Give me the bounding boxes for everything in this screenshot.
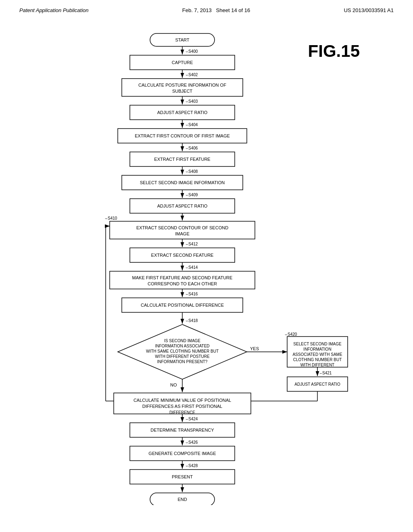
page-header: Patent Application Publication Feb. 7, 2… bbox=[0, 0, 413, 17]
svg-text:WITH SAME CLOTHING NUMBER BUT: WITH SAME CLOTHING NUMBER BUT bbox=[146, 349, 219, 353]
svg-text:SELECT SECOND IMAGE INFORMATIO: SELECT SECOND IMAGE INFORMATION bbox=[140, 180, 225, 185]
svg-text:ADJUST ASPECT RATIO: ADJUST ASPECT RATIO bbox=[157, 204, 208, 208]
svg-rect-34 bbox=[110, 221, 255, 239]
svg-text:⌣S412: ⌣S412 bbox=[186, 242, 198, 246]
svg-text:MAKE FIRST FEATURE AND SECOND : MAKE FIRST FEATURE AND SECOND FEATURE bbox=[132, 275, 233, 280]
svg-text:ASSOCIATED WITH SAME: ASSOCIATED WITH SAME bbox=[292, 352, 342, 357]
svg-text:⌣S428: ⌣S428 bbox=[186, 463, 198, 468]
svg-text:⌣S404: ⌣S404 bbox=[186, 123, 198, 127]
svg-text:DIFFERENCES AS FIRST POSITIONA: DIFFERENCES AS FIRST POSITIONAL bbox=[142, 404, 222, 409]
svg-text:⌣S421: ⌣S421 bbox=[319, 371, 332, 375]
svg-text:EXTRACT SECOND FEATURE: EXTRACT SECOND FEATURE bbox=[151, 253, 214, 258]
svg-rect-9 bbox=[122, 79, 243, 96]
svg-text:NO: NO bbox=[170, 382, 177, 387]
svg-text:CLOTHING NUMBER BUT: CLOTHING NUMBER BUT bbox=[293, 357, 342, 362]
svg-text:⌣S410: ⌣S410 bbox=[105, 216, 117, 220]
svg-text:⌣S420: ⌣S420 bbox=[285, 332, 297, 337]
svg-text:DETERMINE TRANSPARENCY: DETERMINE TRANSPARENCY bbox=[150, 428, 214, 432]
svg-text:CAPTURE: CAPTURE bbox=[172, 60, 193, 65]
svg-text:ADJUST ASPECT RATIO: ADJUST ASPECT RATIO bbox=[157, 110, 208, 115]
figure-label: FIG.15 bbox=[308, 42, 360, 61]
svg-text:⌣S402: ⌣S402 bbox=[186, 73, 198, 77]
header-patent-number: US 2013/0033591 A1 bbox=[344, 7, 394, 13]
svg-text:SELECT SECOND IMAGE: SELECT SECOND IMAGE bbox=[293, 342, 342, 346]
svg-text:DIFFERENCE: DIFFERENCE bbox=[169, 410, 195, 415]
svg-text:START: START bbox=[175, 37, 189, 42]
diagram-area: FIG.15 text { font-family: Arial, sans-s… bbox=[49, 29, 364, 505]
svg-text:EXTRACT FIRST FEATURE: EXTRACT FIRST FEATURE bbox=[154, 157, 210, 162]
svg-text:WITH DIFFERENT: WITH DIFFERENT bbox=[300, 363, 334, 367]
svg-text:CORRESPOND TO EACH OTHER: CORRESPOND TO EACH OTHER bbox=[148, 281, 217, 286]
svg-text:GENERATE COMPOSITE IMAGE: GENERATE COMPOSITE IMAGE bbox=[148, 451, 216, 456]
svg-text:CALCULATE POSTURE INFORMATION : CALCULATE POSTURE INFORMATION OF bbox=[138, 83, 226, 87]
svg-text:CALCULATE POSITIONAL DIFFERENC: CALCULATE POSITIONAL DIFFERENCE bbox=[141, 303, 224, 308]
svg-text:⌣S408: ⌣S408 bbox=[186, 169, 198, 174]
svg-text:EXTRACT FIRST CONTOUR OF FIRST: EXTRACT FIRST CONTOUR OF FIRST IMAGE bbox=[135, 133, 230, 138]
svg-text:INFORMATION PRESENT?: INFORMATION PRESENT? bbox=[157, 360, 208, 364]
flowchart-svg: text { font-family: Arial, sans-serif; f… bbox=[61, 29, 352, 505]
header-publication: Patent Application Publication bbox=[19, 7, 89, 13]
header-date-sheet: Feb. 7, 2013 Sheet 14 of 16 bbox=[182, 7, 250, 13]
svg-text:⌣S403: ⌣S403 bbox=[186, 99, 198, 104]
svg-text:⌣S406: ⌣S406 bbox=[186, 146, 198, 150]
svg-text:INFORMATION ASSOCIATED: INFORMATION ASSOCIATED bbox=[155, 344, 209, 348]
svg-text:SUBJECT: SUBJECT bbox=[172, 89, 192, 94]
svg-text:CALCULATE MINIMUM VALUE OF POS: CALCULATE MINIMUM VALUE OF POSITIONAL bbox=[133, 398, 231, 403]
svg-text:⌣S426: ⌣S426 bbox=[186, 440, 198, 445]
svg-text:ADJUST ASPECT RATIO: ADJUST ASPECT RATIO bbox=[294, 382, 340, 387]
svg-text:⌣S424: ⌣S424 bbox=[186, 417, 198, 421]
svg-text:⌣S416: ⌣S416 bbox=[186, 292, 198, 296]
svg-rect-43 bbox=[110, 271, 255, 289]
svg-text:WITH DIFFERENT POSTURE: WITH DIFFERENT POSTURE bbox=[155, 354, 210, 359]
svg-text:YES: YES bbox=[250, 346, 259, 351]
svg-text:⌣S418: ⌣S418 bbox=[186, 318, 198, 323]
svg-text:EXTRACT SECOND CONTOUR OF SECO: EXTRACT SECOND CONTOUR OF SECOND bbox=[136, 225, 228, 230]
svg-text:IMAGE: IMAGE bbox=[175, 231, 189, 236]
svg-text:INFORMATION: INFORMATION bbox=[303, 347, 331, 351]
svg-text:⌣S414: ⌣S414 bbox=[186, 265, 198, 270]
svg-text:IS SECOND IMAGE: IS SECOND IMAGE bbox=[164, 339, 200, 343]
svg-text:PRESENT: PRESENT bbox=[172, 474, 193, 479]
svg-text:END: END bbox=[177, 497, 187, 502]
svg-text:⌣S400: ⌣S400 bbox=[186, 49, 198, 54]
svg-text:⌣S409: ⌣S409 bbox=[186, 193, 198, 197]
